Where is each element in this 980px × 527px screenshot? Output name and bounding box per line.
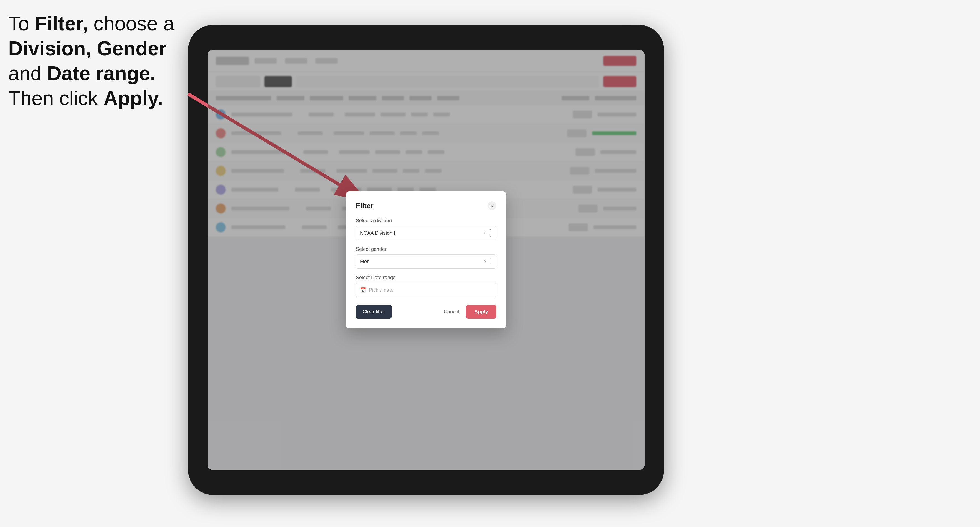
division-select[interactable]: NCAA Division I × ⌃⌄ xyxy=(356,226,496,240)
division-clear-icon[interactable]: × xyxy=(484,230,487,236)
apply-button[interactable]: Apply xyxy=(466,305,496,319)
close-icon: × xyxy=(490,203,493,209)
division-form-group: Select a division NCAA Division I × ⌃⌄ xyxy=(356,218,496,240)
tablet-device: Filter × Select a division NCAA Division… xyxy=(188,25,664,495)
division-label: Select a division xyxy=(356,218,496,224)
tablet-screen: Filter × Select a division NCAA Division… xyxy=(207,50,645,470)
modal-close-button[interactable]: × xyxy=(487,201,496,210)
footer-right-buttons: Cancel Apply xyxy=(441,305,496,319)
division-select-value: NCAA Division I xyxy=(360,230,484,236)
gender-arrows-icon: ⌃⌄ xyxy=(489,257,492,266)
instruction-line4: Then click Apply. xyxy=(8,86,174,111)
gender-select[interactable]: Men × ⌃⌄ xyxy=(356,254,496,269)
division-select-icons: × ⌃⌄ xyxy=(484,229,492,238)
calendar-icon: 📅 xyxy=(360,287,366,293)
date-label: Select Date range xyxy=(356,275,496,281)
division-arrows-icon: ⌃⌄ xyxy=(489,229,492,238)
gender-clear-icon[interactable]: × xyxy=(484,259,487,264)
gender-form-group: Select gender Men × ⌃⌄ xyxy=(356,246,496,269)
date-select[interactable]: 📅 Pick a date xyxy=(356,283,496,297)
instruction-line3: and Date range. xyxy=(8,61,174,86)
bold-filter: Filter, xyxy=(35,13,88,35)
date-form-group: Select Date range 📅 Pick a date xyxy=(356,275,496,297)
modal-overlay: Filter × Select a division NCAA Division… xyxy=(207,50,645,470)
cancel-button[interactable]: Cancel xyxy=(441,305,462,319)
clear-filter-button[interactable]: Clear filter xyxy=(356,305,392,319)
modal-header: Filter × xyxy=(356,201,496,210)
modal-title: Filter xyxy=(356,202,374,210)
gender-select-value: Men xyxy=(360,259,484,265)
date-placeholder: Pick a date xyxy=(369,287,393,293)
filter-modal: Filter × Select a division NCAA Division… xyxy=(346,191,506,329)
instruction-line1: To Filter, choose a xyxy=(8,11,174,36)
bold-division-gender: Division, Gender xyxy=(8,37,167,59)
bold-apply: Apply. xyxy=(103,87,163,109)
gender-label: Select gender xyxy=(356,246,496,252)
modal-footer: Clear filter Cancel Apply xyxy=(356,305,496,319)
instruction-text: To Filter, choose a Division, Gender and… xyxy=(8,11,174,111)
bold-date-range: Date range. xyxy=(47,62,156,84)
gender-select-icons: × ⌃⌄ xyxy=(484,257,492,266)
